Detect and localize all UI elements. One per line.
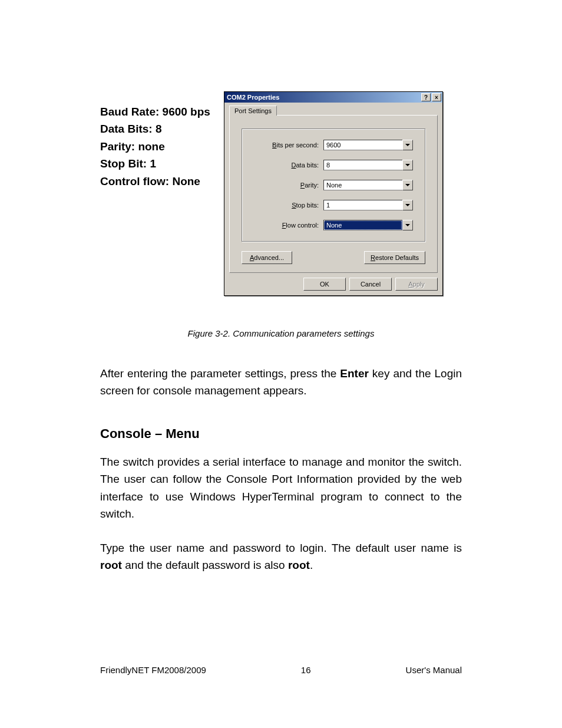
footer-right: User's Manual bbox=[406, 665, 462, 675]
paragraph-2: The switch provides a serial interface t… bbox=[100, 453, 462, 523]
field-data-bits: Data bits: 8 bbox=[254, 160, 413, 170]
document-page: Baud Rate: 9600 bps Data Bits: 8 Parity:… bbox=[0, 0, 562, 728]
value-parity: None bbox=[323, 180, 402, 190]
ok-button[interactable]: OK bbox=[303, 278, 346, 291]
value-bits-per-second: 9600 bbox=[323, 140, 402, 150]
cancel-button[interactable]: Cancel bbox=[349, 278, 392, 291]
chevron-down-icon[interactable] bbox=[402, 160, 413, 170]
paragraph-1: After entering the parameter settings, p… bbox=[100, 365, 462, 400]
panel-buttons: Advanced... Restore Defaults bbox=[242, 251, 425, 264]
dialog-title: COM2 Properties bbox=[227, 94, 420, 101]
dialog-titlebar[interactable]: COM2 Properties ? × bbox=[224, 92, 442, 103]
advanced-button[interactable]: Advanced... bbox=[242, 251, 292, 264]
combo-flow-control[interactable]: None bbox=[323, 220, 413, 230]
close-icon[interactable]: × bbox=[432, 93, 441, 101]
settings-groupbox: Bits per second: 9600 Data bits: 8 bbox=[242, 129, 425, 242]
restore-defaults-button[interactable]: Restore Defaults bbox=[364, 251, 425, 264]
value-stop-bits: 1 bbox=[323, 200, 402, 210]
dialog-body: Port Settings Bits per second: 9600 Data… bbox=[224, 103, 442, 278]
tab-panel: Bits per second: 9600 Data bits: 8 bbox=[229, 115, 438, 273]
value-data-bits: 8 bbox=[323, 160, 402, 170]
param-stopbit: Stop Bit: 1 bbox=[100, 155, 212, 172]
footer-center: 16 bbox=[301, 665, 311, 675]
combo-data-bits[interactable]: 8 bbox=[323, 160, 413, 170]
label-bits-per-second: Bits per second: bbox=[254, 141, 323, 149]
dialog-buttons: OK Cancel Apply bbox=[224, 278, 442, 295]
value-flow-control: None bbox=[323, 220, 402, 230]
figure-caption: Figure 3-2. Communication parameters set… bbox=[100, 328, 462, 338]
field-bits-per-second: Bits per second: 9600 bbox=[254, 140, 413, 150]
chevron-down-icon[interactable] bbox=[402, 180, 413, 190]
param-baud: Baud Rate: 9600 bps bbox=[100, 103, 212, 120]
param-databits: Data Bits: 8 bbox=[100, 120, 212, 137]
page-footer: FriendlyNET FM2008/2009 16 User's Manual bbox=[100, 665, 462, 675]
combo-bits-per-second[interactable]: 9600 bbox=[323, 140, 413, 150]
label-parity: Parity: bbox=[254, 182, 323, 189]
label-data-bits: Data bits: bbox=[254, 162, 323, 169]
field-parity: Parity: None bbox=[254, 180, 413, 190]
paragraph-3: Type the user name and password to login… bbox=[100, 539, 462, 574]
chevron-down-icon[interactable] bbox=[402, 140, 413, 150]
combo-parity[interactable]: None bbox=[323, 180, 413, 190]
param-parity: Parity: none bbox=[100, 138, 212, 155]
combo-stop-bits[interactable]: 1 bbox=[323, 200, 413, 210]
label-flow-control: Flow control: bbox=[254, 222, 323, 229]
top-row: Baud Rate: 9600 bps Data Bits: 8 Parity:… bbox=[100, 91, 462, 296]
help-icon[interactable]: ? bbox=[421, 93, 431, 101]
param-flow: Control flow: None bbox=[100, 173, 212, 190]
tab-port-settings[interactable]: Port Settings bbox=[229, 106, 277, 116]
section-heading: Console – Menu bbox=[100, 426, 462, 442]
parameter-list: Baud Rate: 9600 bps Data Bits: 8 Parity:… bbox=[100, 103, 212, 190]
com-properties-dialog: COM2 Properties ? × Port Settings Bits p… bbox=[224, 91, 443, 296]
label-stop-bits: Stop bits: bbox=[254, 202, 323, 209]
field-stop-bits: Stop bits: 1 bbox=[254, 200, 413, 210]
field-flow-control: Flow control: None bbox=[254, 220, 413, 230]
chevron-down-icon[interactable] bbox=[402, 220, 413, 230]
apply-button[interactable]: Apply bbox=[395, 278, 438, 291]
footer-left: FriendlyNET FM2008/2009 bbox=[100, 665, 206, 675]
chevron-down-icon[interactable] bbox=[402, 200, 413, 210]
